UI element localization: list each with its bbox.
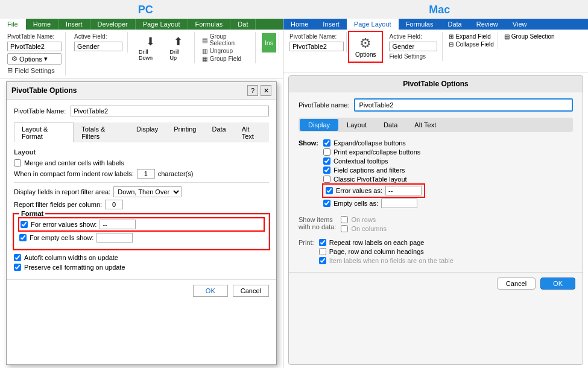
pc-tab-dat[interactable]: Dat	[230, 19, 256, 30]
mac-ok-button[interactable]: OK	[540, 278, 575, 290]
pc-options-button[interactable]: ⚙ Options ▾	[7, 53, 62, 65]
mac-repeat-row-checkbox[interactable]	[319, 239, 326, 246]
mac-tab-display[interactable]: Display	[300, 119, 338, 131]
mac-print-expand-checkbox[interactable]	[323, 148, 330, 156]
mac-tab-layout[interactable]: Layout	[338, 119, 375, 131]
pc-dialog-name-label: PivotTable Name:	[14, 107, 66, 115]
pc-layout-section-label: Layout	[14, 148, 269, 156]
mac-options-label: Options	[355, 51, 376, 58]
mac-expand-collapse-label: Expand/collapse buttons	[334, 139, 406, 147]
mac-tab-formulas[interactable]: Formulas	[399, 19, 441, 30]
mac-page-row-col-checkbox[interactable]	[319, 248, 326, 255]
mac-error-checkbox[interactable]	[326, 187, 333, 194]
pc-insert-btn[interactable]: Ins	[262, 33, 276, 52]
pc-tab-data[interactable]: Data	[204, 122, 233, 142]
mac-show-options: Expand/collapse buttons Print expand/col…	[323, 139, 424, 210]
mac-tab-review[interactable]: Review	[469, 19, 505, 30]
mac-tab-home[interactable]: Home	[283, 19, 315, 30]
pc-group-field-btn[interactable]: ▦ Group Field	[202, 56, 251, 62]
mac-tab-view[interactable]: View	[505, 19, 534, 30]
pc-tab-home[interactable]: Home	[26, 19, 58, 30]
pc-tab-totals-filters[interactable]: Totals & Filters	[74, 122, 128, 142]
mac-tab-data[interactable]: Data	[375, 119, 406, 131]
pc-drill-up-label: Drill Up	[169, 49, 186, 61]
pc-tab-formulas[interactable]: Formulas	[188, 19, 231, 30]
pc-ungroup-btn[interactable]: ▥ Ungroup	[202, 48, 251, 54]
pc-dialog-name-input[interactable]	[71, 106, 269, 116]
mac-dialog-name-input[interactable]	[354, 98, 573, 112]
mac-contextual-checkbox[interactable]	[323, 157, 330, 165]
mac-group-selection-btn[interactable]: ▤ Group Selection	[504, 33, 555, 40]
mac-field-settings-label[interactable]: Field Settings	[389, 53, 437, 60]
mac-expand-group: ⊞ Expand Field ⊟ Collapse Field	[445, 32, 498, 49]
mac-empty-cells-row: Empty cells as:	[323, 198, 424, 208]
mac-tab-pagelayout[interactable]: Page Layout	[347, 19, 399, 30]
mac-empty-cells-input[interactable]	[381, 198, 417, 208]
pc-autofit-label: Autofit column widths on update	[24, 254, 118, 261]
mac-cancel-button[interactable]: Cancel	[497, 278, 536, 290]
pc-merge-checkbox[interactable]	[14, 159, 21, 167]
pc-tab-insert[interactable]: Insert	[58, 19, 90, 30]
mac-group-section: ▤ Group Selection	[501, 32, 558, 41]
mac-tab-data[interactable]: Data	[440, 19, 469, 30]
pc-drill-down-btn[interactable]: ⬇ Drill Down	[136, 33, 165, 62]
mac-group-selection-label: Group Selection	[511, 33, 555, 40]
mac-page-row-col-label: Page, row and column headings	[329, 248, 424, 255]
pc-group-section: ▤ Group Selection ▥ Ungroup ▦ Group Fiel…	[198, 32, 256, 63]
pc-preserve-label: Preserve cell formatting on update	[24, 264, 125, 271]
pc-ok-button[interactable]: OK	[193, 285, 228, 297]
pc-for-error-checkbox[interactable]	[21, 221, 28, 228]
mac-pivot-name-input[interactable]	[289, 42, 344, 51]
pc-for-empty-input[interactable]	[96, 233, 133, 243]
mac-on-rows-checkbox[interactable]	[341, 216, 348, 223]
mac-tab-insert[interactable]: Insert	[315, 19, 347, 30]
pc-field-settings-btn[interactable]: ⊞ Field Settings	[7, 66, 62, 74]
mac-item-labels-checkbox[interactable]	[319, 257, 326, 264]
pc-group-selection-label: Group Selection	[210, 33, 251, 46]
mac-empty-cells-checkbox[interactable]	[323, 200, 330, 207]
pc-tab-file[interactable]: File	[0, 19, 26, 30]
pc-tab-display[interactable]: Display	[128, 122, 166, 142]
mac-classic-layout-checkbox[interactable]	[323, 176, 330, 183]
pc-dialog-footer: OK Cancel	[7, 279, 276, 302]
mac-collapse-label: Collapse Field	[455, 41, 493, 48]
pc-preserve-checkbox[interactable]	[14, 264, 21, 271]
pc-pivot-name-input[interactable]	[7, 42, 62, 51]
pc-drill-up-btn[interactable]: ⬆ Drill Up	[167, 33, 189, 62]
pc-tab-pagelayout[interactable]: Page Layout	[136, 19, 188, 30]
mac-field-captions-checkbox[interactable]	[323, 167, 330, 174]
mac-field-captions-row: Field captions and filters	[323, 167, 424, 174]
mac-print-expand-row: Print expand/collapse buttons	[323, 148, 424, 156]
pc-merge-label: Merge and center cells with labels	[24, 159, 124, 167]
mac-show-items-options: On rows On columns	[341, 216, 387, 234]
pc-tab-developer[interactable]: Developer	[90, 19, 136, 30]
mac-options-button[interactable]: ⚙ Options	[350, 33, 381, 60]
pc-for-error-input[interactable]	[100, 220, 136, 229]
mac-on-columns-checkbox[interactable]	[341, 225, 348, 232]
pc-for-empty-checkbox[interactable]	[19, 234, 27, 241]
mac-collapse-field-btn[interactable]: ⊟ Collapse Field	[449, 41, 493, 48]
pc-dialog-title: PivotTable Options	[11, 86, 77, 95]
pc-autofit-checkbox[interactable]	[14, 254, 21, 261]
pc-tab-alt-text[interactable]: Alt Text	[234, 122, 269, 142]
pc-active-field-input[interactable]	[74, 42, 122, 51]
pc-report-filter-input[interactable]	[105, 200, 123, 209]
pc-for-empty-row: For empty cells show:	[19, 233, 264, 243]
pc-display-fields-select[interactable]: Down, Then Over	[113, 186, 182, 197]
mac-active-field-input[interactable]	[389, 42, 437, 51]
pc-tab-printing[interactable]: Printing	[166, 122, 204, 142]
pc-dialog-help-btn[interactable]: ?	[247, 85, 258, 96]
pc-tab-layout-format[interactable]: Layout & Format	[14, 122, 74, 142]
mac-error-input[interactable]	[385, 186, 422, 195]
pc-indent-input[interactable]	[137, 169, 155, 179]
mac-tab-alt-text[interactable]: Alt Text	[406, 119, 444, 131]
mac-show-items-section: Show itemswith no data: On rows On colum…	[299, 216, 573, 234]
mac-expand-field-btn[interactable]: ⊞ Expand Field	[449, 33, 493, 40]
mac-expand-collapse-checkbox[interactable]	[323, 139, 330, 147]
mac-dialog-name-label: PivotTable name:	[299, 101, 349, 109]
mac-title: Mac	[429, 4, 450, 16]
pc-group-selection-btn[interactable]: ▤ Group Selection	[202, 33, 251, 46]
pc-dialog-close-btn[interactable]: ✕	[261, 85, 271, 96]
pc-ribbon-content: PivotTable Name: ⚙ Options ▾ ⊞ Field Set…	[0, 30, 283, 78]
pc-cancel-button[interactable]: Cancel	[233, 285, 269, 297]
